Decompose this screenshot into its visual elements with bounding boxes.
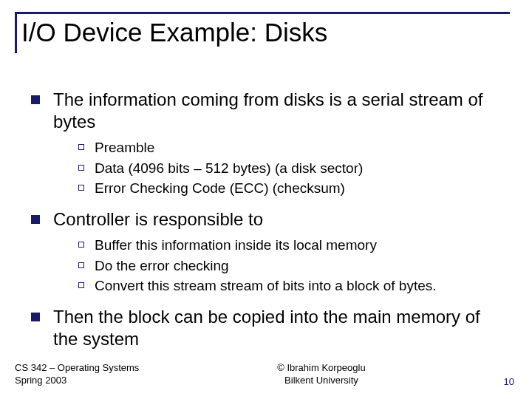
bullet-2-text: Controller is responsible to	[53, 208, 263, 231]
footer-term: Spring 2003	[15, 375, 139, 387]
slide-title: I/O Device Example: Disks	[15, 13, 510, 53]
footer: CS 342 – Operating Systems Spring 2003 ©…	[15, 362, 514, 387]
title-block: I/O Device Example: Disks	[15, 12, 510, 53]
subbullet-text: Buffer this information inside its local…	[95, 236, 377, 255]
footer-university: Bilkent University	[277, 375, 365, 387]
bullet-1-sublist: Preamble Data (4096 bits – 512 bytes) (a…	[78, 139, 502, 198]
bullet-2: Controller is responsible to	[31, 208, 502, 231]
footer-center: © Ibrahim Korpeoglu Bilkent University	[277, 362, 365, 387]
subbullet-text: Preamble	[95, 139, 154, 157]
square-bullet-icon	[31, 95, 40, 104]
hollow-square-icon	[78, 185, 84, 191]
slide: I/O Device Example: Disks The informatio…	[0, 0, 532, 399]
hollow-square-icon	[78, 144, 84, 150]
square-bullet-icon	[31, 215, 40, 224]
subbullet-text: Convert this stream stream of bits into …	[95, 277, 437, 296]
bullet-3: Then the block can be copied into the ma…	[31, 306, 502, 350]
hollow-square-icon	[78, 262, 84, 268]
hollow-square-icon	[78, 242, 84, 248]
subbullet: Convert this stream stream of bits into …	[78, 277, 502, 296]
footer-left: CS 342 – Operating Systems Spring 2003	[15, 362, 139, 387]
footer-course: CS 342 – Operating Systems	[15, 362, 139, 375]
footer-pagenum: 10	[504, 376, 514, 387]
subbullet: Error Checking Code (ECC) (checksum)	[78, 180, 502, 198]
hollow-square-icon	[78, 282, 84, 288]
subbullet: Do the error checking	[78, 257, 502, 276]
subbullet: Buffer this information inside its local…	[78, 236, 502, 255]
footer-copyright: © Ibrahim Korpeoglu	[277, 362, 365, 375]
hollow-square-icon	[78, 165, 84, 171]
bullet-1: The information coming from disks is a s…	[31, 89, 502, 133]
subbullet: Data (4096 bits – 512 bytes) (a disk sec…	[78, 160, 502, 178]
bullet-3-text: Then the block can be copied into the ma…	[53, 306, 502, 350]
subbullet-text: Error Checking Code (ECC) (checksum)	[95, 180, 345, 198]
subbullet: Preamble	[78, 139, 502, 157]
square-bullet-icon	[31, 313, 40, 321]
bullet-1-text: The information coming from disks is a s…	[53, 89, 502, 133]
subbullet-text: Do the error checking	[95, 257, 229, 276]
content-area: The information coming from disks is a s…	[31, 89, 502, 356]
bullet-2-sublist: Buffer this information inside its local…	[78, 236, 502, 296]
subbullet-text: Data (4096 bits – 512 bytes) (a disk sec…	[95, 160, 363, 178]
